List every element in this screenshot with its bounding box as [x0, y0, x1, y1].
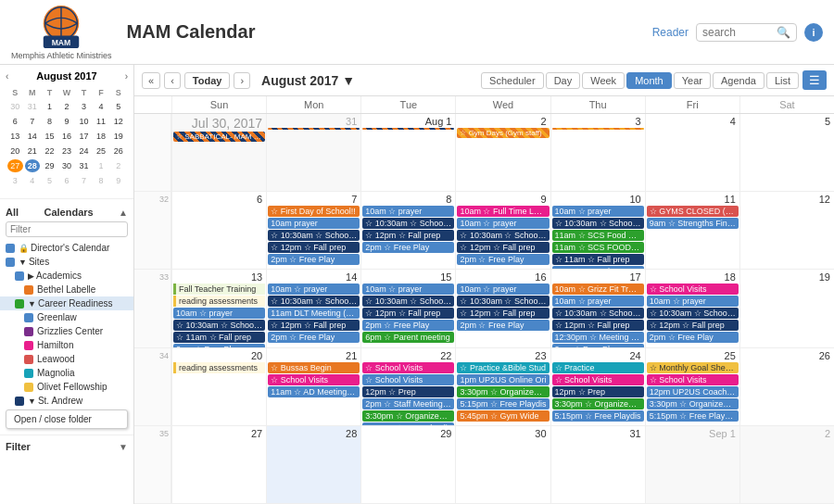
reader-link[interactable]: Reader — [652, 26, 689, 39]
event-fall-teacher[interactable]: Fall Teacher Training — [173, 284, 265, 295]
event-fall-17[interactable]: ☆ 12pm ☆ Fall prep — [552, 320, 644, 331]
day-cell-31[interactable]: 31 — [266, 114, 360, 191]
mini-day[interactable]: 4 — [25, 174, 41, 187]
event-organized-25[interactable]: 3:30pm ☆ Organized C — [647, 398, 739, 410]
day-cell-8[interactable]: 8 10am ☆ prayer ☆ 10:30am ☆ School V ☆ 1… — [360, 192, 455, 269]
mini-day[interactable]: 8 — [94, 174, 109, 187]
view-list[interactable]: List — [766, 72, 799, 89]
calendar-item-magnolia[interactable]: Magnolia — [0, 366, 133, 380]
event-prep-24[interactable]: 12pm ☆ Prep — [552, 386, 644, 397]
view-day[interactable]: Day — [546, 72, 581, 89]
event-practice-23[interactable]: ☆ Practice &Bible Stud — [457, 362, 549, 373]
mini-day[interactable]: 3 — [76, 100, 92, 113]
day-cell-10[interactable]: 10 10am ☆ prayer ☆ 10:30am ☆ School V 11… — [550, 192, 645, 269]
mini-day[interactable]: 25 — [94, 145, 109, 158]
event-meeting-17[interactable]: 12:30pm ☆ Meeting rec — [552, 332, 644, 343]
mini-day[interactable]: 21 — [25, 145, 41, 158]
event-freeplay-22[interactable]: 5:15pm ☆ Free Playdis — [362, 422, 454, 425]
event-gym-wide-23[interactable]: 5:45pm ☆ Gym Wide — [457, 410, 549, 422]
mini-cal-next[interactable]: › — [125, 71, 128, 82]
event-free-18[interactable]: 2pm ☆ Free Play — [647, 332, 739, 343]
event-fall-16[interactable]: ☆ 12pm ☆ Fall prep — [457, 308, 549, 319]
mini-day[interactable]: 24 — [76, 145, 92, 158]
view-week[interactable]: Week — [582, 72, 625, 89]
mini-day[interactable]: 31 — [25, 100, 41, 113]
event-reading-assess-20[interactable]: reading assessments — [173, 362, 265, 373]
event-school-visits-24[interactable]: ☆ School Visits — [552, 374, 644, 385]
calendar-item-standrew[interactable]: ▼ St. Andrew — [0, 394, 133, 408]
calendar-item-bethel[interactable]: Bethel Labelle — [0, 283, 133, 296]
event-fulltime-9[interactable]: 10am ☆ Full Time Ladie — [457, 206, 549, 217]
view-scheduler[interactable]: Scheduler — [481, 72, 544, 89]
mini-day[interactable]: 10 — [76, 115, 92, 128]
view-year[interactable]: Year — [674, 72, 711, 89]
mini-day[interactable]: 19 — [110, 130, 126, 143]
event-organized-24[interactable]: 3:30pm ☆ Organized G — [552, 398, 644, 410]
mini-day[interactable]: 28 — [25, 159, 41, 172]
mini-day[interactable]: 9 — [59, 115, 75, 128]
event-free-7[interactable]: 2pm ☆ Free Play — [268, 254, 360, 265]
mini-day[interactable]: 13 — [7, 130, 23, 143]
day-cell-30[interactable]: 30 — [455, 426, 550, 503]
mini-day[interactable]: 9 — [110, 174, 126, 187]
event-prayer-10[interactable]: 10am ☆ prayer — [552, 206, 644, 217]
calendar-item-directors[interactable]: 🔒 Director's Calendar — [0, 241, 133, 255]
calendar-item-leawood[interactable]: Leawood — [0, 352, 133, 366]
day-cell-4[interactable]: 4 — [645, 114, 739, 191]
day-cell-11[interactable]: 11 ☆ GYMS CLOSED (NO 9am ☆ Strengths Fin… — [645, 192, 739, 269]
event-reading-assess[interactable]: reading assessments — [173, 296, 265, 307]
mini-day[interactable]: 2 — [59, 100, 75, 113]
mini-day[interactable]: 3 — [7, 174, 23, 187]
day-cell-17[interactable]: 17 10am ☆ Grizz Fit Trainin 10am ☆ praye… — [550, 270, 645, 346]
event-scs-10[interactable]: 11am ☆ SCS Food Train — [552, 230, 644, 241]
mini-day[interactable]: 6 — [7, 115, 23, 128]
nav-prev[interactable]: ‹ — [164, 72, 181, 89]
event-fall-18[interactable]: ☆ 12pm ☆ Fall prep — [647, 320, 739, 331]
calendar-item-academics[interactable]: ▶ Academics — [0, 269, 133, 283]
mini-day[interactable]: 17 — [76, 130, 92, 143]
day-cell-19[interactable]: 19 — [739, 270, 834, 346]
event-sabbatical[interactable]: ☆ SABBATICAL- MAM CLOSED (EVERYONE) — [173, 132, 265, 142]
day-cell-29[interactable]: 29 — [360, 426, 455, 503]
event-fall-14[interactable]: ☆ 12pm ☆ Fall prep — [268, 320, 360, 331]
mini-day[interactable]: 1 — [42, 100, 57, 113]
calendar-item-greenlaw[interactable]: Greenlaw — [0, 310, 133, 324]
event-fall-15[interactable]: ☆ 12pm ☆ Fall prep — [362, 308, 454, 319]
info-button[interactable]: i — [804, 23, 823, 42]
day-cell-21[interactable]: 21 ☆ Bussas Begin ☆ School Visits 11am ☆… — [266, 348, 360, 425]
event-school-visits-25[interactable]: ☆ School Visits — [647, 374, 739, 385]
search-button[interactable]: 🔍 — [777, 26, 790, 39]
event-free-15[interactable]: 2pm ☆ Free Play — [362, 320, 454, 331]
day-cell-28[interactable]: 28 — [266, 426, 360, 503]
search-input[interactable] — [702, 26, 777, 39]
day-cell-14[interactable]: 14 10am ☆ prayer ☆ 10:30am ☆ School V 11… — [266, 270, 360, 346]
mini-day[interactable]: 1 — [94, 159, 109, 172]
mini-day[interactable]: 2 — [110, 159, 126, 172]
day-cell-5[interactable]: 5 — [739, 114, 834, 191]
mini-day[interactable]: 11 — [94, 115, 109, 128]
event-up2us-coaches-25[interactable]: 12pm UP2US Coaches Institute (Kevin Elli… — [647, 386, 739, 397]
day-cell-18[interactable]: 18 ☆ School Visits 10am ☆ prayer ☆ 10:30… — [645, 270, 739, 346]
mini-day[interactable]: 30 — [59, 159, 75, 172]
event-gyms-closed[interactable]: ☆ GYMS CLOSED (NO — [647, 206, 739, 217]
day-cell-31[interactable]: 31 — [550, 426, 645, 503]
calendars-toggle[interactable]: ▲ — [119, 208, 128, 218]
calendar-item-grizzlies[interactable]: Grizzlies Center — [0, 324, 133, 338]
event-freeplay-25[interactable]: 5:15pm ☆ Free Playdia — [647, 410, 739, 422]
event-school-v-13[interactable]: ☆ 10:30am ☆ School V — [173, 320, 265, 331]
event-free-13[interactable]: 2pm ☆ Free Play — [173, 344, 265, 346]
event-freeplay-23[interactable]: 5:15pm ☆ Free Playdis — [457, 398, 549, 410]
day-cell-aug1[interactable]: Aug 1 — [360, 114, 455, 191]
event-free-10[interactable]: 2pm ☆ Free Play — [552, 266, 644, 269]
event-gym-days-cont[interactable] — [552, 128, 644, 130]
mini-day[interactable]: 12 — [110, 115, 126, 128]
event-school-v-18[interactable]: ☆ 10:30am ☆ School V — [647, 308, 739, 319]
mini-day[interactable]: 6 — [59, 174, 75, 187]
event-prayer-14[interactable]: 10am ☆ prayer — [268, 284, 360, 295]
event-practice-24[interactable]: ☆ Practice — [552, 362, 644, 373]
mini-day[interactable]: 16 — [59, 130, 75, 143]
event-prayer-7[interactable]: 10am prayer — [268, 218, 360, 229]
folder-popup[interactable]: Open / close folder — [6, 410, 128, 429]
day-cell-6[interactable]: 6 — [171, 192, 266, 269]
mini-cal-prev[interactable]: ‹ — [6, 71, 8, 82]
